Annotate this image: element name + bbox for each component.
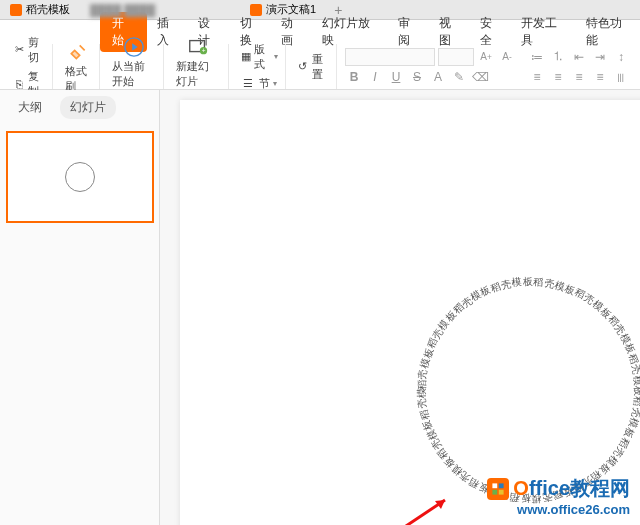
align-center-button[interactable]: ≡ (549, 68, 567, 86)
annotation-arrow (395, 495, 455, 525)
wps-icon (10, 4, 22, 16)
slide-1[interactable]: 稻壳模板稻壳模板稻壳模板稻壳模板稻壳模板稻壳模板稻壳模板稻壳模板稻壳模板稻壳模板… (180, 100, 640, 525)
underline-button[interactable]: U (387, 68, 405, 86)
layout-label: 版式 (254, 42, 270, 72)
highlight-button[interactable]: ✎ (450, 68, 468, 86)
line-spacing-button[interactable]: ↕ (612, 48, 630, 66)
new-slide-label: 新建幻灯片 (176, 59, 219, 89)
watermark-brand: Office教程网 (513, 475, 630, 502)
layout-button[interactable]: ▦ 版式▾ (237, 40, 281, 74)
svg-rect-0 (10, 4, 22, 16)
svg-rect-9 (490, 481, 506, 497)
strike-button[interactable]: S (408, 68, 426, 86)
play-icon (122, 35, 146, 59)
ribbon-tabs: 开始 插入 设计 切换 动画 幻灯片放映 审阅 视图 安全 开发工具 特色功能 (0, 20, 640, 44)
from-current-label: 从当前开始 (112, 59, 155, 89)
scissors-icon: ✂ (13, 42, 25, 58)
watermark-url: www.office26.com (517, 502, 630, 517)
align-right-button[interactable]: ≡ (570, 68, 588, 86)
font-size-select[interactable] (438, 48, 474, 66)
circular-text: 稻壳模板稻壳模板稻壳模板稻壳模板稻壳模板稻壳模板稻壳模板稻壳模板稻壳模板稻壳模板… (410, 270, 640, 504)
svg-rect-13 (499, 489, 504, 494)
bullets-button[interactable]: ≔ (528, 48, 546, 66)
align-justify-button[interactable]: ≡ (591, 68, 609, 86)
tab-blurred[interactable]: ████ ████ (80, 2, 240, 18)
cut-button[interactable]: ✂ 剪切 (10, 33, 48, 67)
indent-dec-button[interactable]: ⇤ (570, 48, 588, 66)
toolbar: ✂ 剪切 ⎘ 复制 格式刷 从当前开始▾ + 新建幻灯片▾ (0, 44, 640, 90)
thumbnail-circle-shape (65, 162, 95, 192)
circular-text-object[interactable]: 稻壳模板稻壳模板稻壳模板稻壳模板稻壳模板稻壳模板稻壳模板稻壳模板稻壳模板稻壳模板… (410, 270, 640, 510)
svg-text:+: + (202, 47, 206, 54)
outline-tab[interactable]: 大纲 (8, 96, 52, 119)
sidebar: 大纲 幻灯片 (0, 90, 160, 525)
sidebar-tabs: 大纲 幻灯片 (0, 90, 159, 125)
format-painter-button[interactable]: 格式刷 (61, 38, 94, 96)
tab-label: 稻壳模板 (26, 2, 70, 17)
tab-templates[interactable]: 稻壳模板 (0, 0, 80, 19)
brush-icon (66, 40, 90, 64)
cut-label: 剪切 (28, 35, 45, 65)
layout-icon: ▦ (240, 49, 252, 65)
numbering-button[interactable]: ⒈ (549, 48, 567, 66)
bold-button[interactable]: B (345, 68, 363, 86)
svg-rect-12 (493, 489, 498, 494)
slide-canvas: 稻壳模板稻壳模板稻壳模板稻壳模板稻壳模板稻壳模板稻壳模板稻壳模板稻壳模板稻壳模板… (160, 90, 640, 525)
svg-rect-11 (499, 483, 504, 488)
indent-inc-button[interactable]: ⇥ (591, 48, 609, 66)
reset-label: 重置 (312, 52, 329, 82)
columns-button[interactable]: ⫼ (612, 68, 630, 86)
svg-text:稻壳模板稻壳模板稻壳模板稻壳模板稻壳模板稻壳模板稻壳模板稻壳: 稻壳模板稻壳模板稻壳模板稻壳模板稻壳模板稻壳模板稻壳模板稻壳模板稻壳模板稻壳模板… (410, 270, 640, 504)
decrease-font-button[interactable]: A- (498, 48, 516, 66)
increase-font-button[interactable]: A+ (477, 48, 495, 66)
font-color-button[interactable]: A (429, 68, 447, 86)
watermark-logo-icon (487, 478, 509, 500)
reset-icon: ↺ (297, 59, 309, 75)
watermark: Office教程网 www.office26.com (487, 475, 630, 517)
svg-rect-10 (493, 483, 498, 488)
section-label: 节 (259, 76, 270, 91)
format-painter-label: 格式刷 (65, 64, 90, 94)
reset-button[interactable]: ↺ 重置 (294, 50, 332, 84)
italic-button[interactable]: I (366, 68, 384, 86)
clear-format-button[interactable]: ⌫ (471, 68, 489, 86)
workspace: 大纲 幻灯片 稻壳模板稻壳模板稻壳模板稻壳模板稻壳模板稻壳模板稻壳模板稻壳模板稻… (0, 90, 640, 525)
font-family-select[interactable] (345, 48, 435, 66)
new-slide-icon: + (186, 35, 210, 59)
slides-tab[interactable]: 幻灯片 (60, 96, 116, 119)
slide-thumbnail-1[interactable] (6, 131, 154, 223)
align-left-button[interactable]: ≡ (528, 68, 546, 86)
